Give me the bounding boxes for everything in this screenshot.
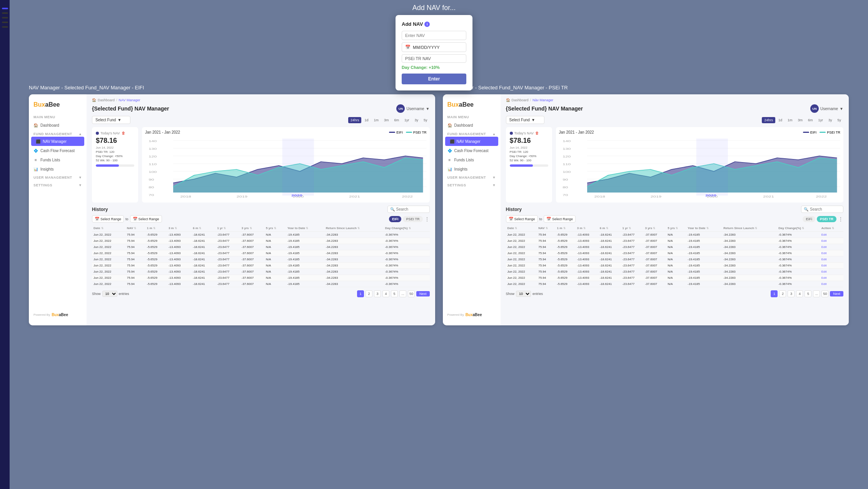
bc-dashboard-psei[interactable]: Dashboard xyxy=(512,98,529,102)
user-mgmt-header-eifi[interactable]: USER MANAGEMENT ▼ xyxy=(29,174,87,181)
sort-icon-psei[interactable]: ⇅ xyxy=(515,227,517,229)
range-to-btn-eifi[interactable]: 📅 Select Range xyxy=(130,215,162,223)
next-btn-psei[interactable]: Next xyxy=(830,291,843,296)
page-btn-2-eifi[interactable]: 2 xyxy=(366,290,372,297)
next-btn-eifi[interactable]: Next xyxy=(416,291,430,296)
more-options-btn-psei[interactable]: ⋮ xyxy=(838,216,843,222)
sort-icon-psei[interactable]: ⇅ xyxy=(629,227,631,229)
page-btn-2-psei[interactable]: 2 xyxy=(779,290,786,297)
page-btn-5-psei[interactable]: 5 xyxy=(805,290,811,297)
sort-icon-psei[interactable]: ⇅ xyxy=(832,227,834,229)
bc-dashboard-eifi[interactable]: Dashboard xyxy=(98,98,115,102)
user-mgmt-chevron-psei[interactable]: ▼ xyxy=(492,176,496,179)
time-btn-24hrs-eifi[interactable]: 24hrs xyxy=(348,117,362,123)
sidebar-item-insights-psei[interactable]: 📊 Insights xyxy=(443,164,501,174)
user-mgmt-header-psei[interactable]: USER MANAGEMENT ▼ xyxy=(443,174,501,181)
table-cell-edit-psei-3[interactable]: Edit xyxy=(820,250,843,256)
search-box-eifi[interactable]: 🔍 xyxy=(387,206,430,213)
edit-link-psei-1[interactable]: Edit xyxy=(821,239,827,243)
sort-icon-psei[interactable]: ⇅ xyxy=(755,227,757,229)
pill-psei-tr-psei[interactable]: PSEI TR xyxy=(817,216,836,222)
fund-select-eifi[interactable]: Select Fund ▼ xyxy=(92,116,130,124)
enter-nav-input[interactable] xyxy=(402,31,466,40)
edit-link-psei-5[interactable]: Edit xyxy=(821,264,827,267)
user-chevron-eifi[interactable]: ▼ xyxy=(426,107,430,111)
sort-icon-eifi[interactable]: ⇅ xyxy=(101,227,103,229)
date-field[interactable]: 📅 MM/DD/YYYY xyxy=(402,42,466,52)
pill-eifi-psei[interactable]: EiFi xyxy=(803,216,815,222)
page-btn-...-psei[interactable]: ... xyxy=(813,290,820,297)
time-btn-6m-eifi[interactable]: 6m xyxy=(392,117,401,123)
sort-icon-eifi[interactable]: ⇅ xyxy=(153,227,155,229)
sort-icon-eifi[interactable]: ⇅ xyxy=(134,227,136,229)
page-btn-1-eifi[interactable]: 1 xyxy=(357,290,364,297)
time-btn-24hrs-psei[interactable]: 24hrs xyxy=(762,117,775,123)
sidebar-item-nav-manager-psei[interactable]: ⬛ NAV Manager xyxy=(445,137,498,146)
fund-mgmt-chevron-psei[interactable]: ▲ xyxy=(492,132,496,136)
sort-icon-psei[interactable]: ⇅ xyxy=(546,227,548,229)
range-from-btn-psei[interactable]: 📅 Select Range xyxy=(506,215,538,223)
sort-icon-eifi[interactable]: ⇅ xyxy=(175,227,177,229)
sort-icon-eifi[interactable]: ⇅ xyxy=(250,227,252,229)
sort-icon-psei[interactable]: ⇅ xyxy=(802,227,804,229)
settings-chevron-eifi[interactable]: ▼ xyxy=(78,183,82,187)
page-btn-1-psei[interactable]: 1 xyxy=(771,290,778,297)
search-input-psei[interactable] xyxy=(810,207,841,211)
range-to-btn-psei[interactable]: 📅 Select Range xyxy=(544,215,576,223)
time-btn-3m-psei[interactable]: 3m xyxy=(795,117,805,123)
sidebar-item-cashflow-eifi[interactable]: 💠 Cash Flow Forecast xyxy=(29,146,87,155)
sidebar-item-nav-manager-eifi[interactable]: ⬛ NAV Manager xyxy=(31,137,84,146)
time-btn-3y-psei[interactable]: 3y xyxy=(826,117,835,123)
table-cell-edit-psei-1[interactable]: Edit xyxy=(820,238,843,244)
table-cell-edit-psei-7[interactable]: Edit xyxy=(820,275,843,281)
time-btn-3m-eifi[interactable]: 3m xyxy=(382,117,391,123)
table-cell-edit-psei-0[interactable]: Edit xyxy=(820,232,843,238)
page-btn-3-psei[interactable]: 3 xyxy=(788,290,795,297)
enter-button[interactable]: Enter xyxy=(402,74,466,84)
page-btn-50-eifi[interactable]: 50 xyxy=(408,290,415,297)
sort-icon-psei[interactable]: ⇅ xyxy=(706,227,709,229)
sidebar-item-insights-eifi[interactable]: 📊 Insights xyxy=(29,164,87,174)
sidebar-item-cashflow-psei[interactable]: 💠 Cash Flow Forecast xyxy=(443,146,501,155)
edit-link-psei-0[interactable]: Edit xyxy=(821,233,827,236)
fund-mgmt-chevron-eifi[interactable]: ▲ xyxy=(78,132,82,136)
page-btn-50-psei[interactable]: 50 xyxy=(821,290,828,297)
sidebar-item-fundslist-psei[interactable]: ≡ Funds Lists xyxy=(443,155,501,164)
sort-icon-psei[interactable]: ⇅ xyxy=(653,227,655,229)
sort-icon-psei[interactable]: ⇅ xyxy=(606,227,608,229)
entries-select-psei[interactable]: 10 25 50 xyxy=(516,291,531,297)
nav-trash-icon-eifi[interactable]: 🗑 xyxy=(122,131,125,135)
page-btn-5-eifi[interactable]: 5 xyxy=(391,290,398,297)
edit-link-psei-7[interactable]: Edit xyxy=(821,276,827,280)
time-btn-1m-psei[interactable]: 1m xyxy=(785,117,795,123)
page-btn-3-eifi[interactable]: 3 xyxy=(374,290,381,297)
sidebar-item-fundslist-eifi[interactable]: ≡ Funds Lists xyxy=(29,155,87,164)
time-btn-5y-psei[interactable]: 5y xyxy=(835,117,843,123)
time-btn-5y-eifi[interactable]: 5y xyxy=(421,117,430,123)
sidebar-item-dashboard-eifi[interactable]: 🏠 Dashboard xyxy=(29,121,87,130)
sort-icon-psei[interactable]: ⇅ xyxy=(676,227,678,229)
page-btn-4-eifi[interactable]: 4 xyxy=(382,290,389,297)
page-btn-...-eifi[interactable]: ... xyxy=(399,290,406,297)
table-cell-edit-psei-8[interactable]: Edit xyxy=(820,281,843,287)
edit-link-psei-4[interactable]: Edit xyxy=(821,258,827,261)
table-cell-edit-psei-5[interactable]: Edit xyxy=(820,263,843,269)
time-btn-6m-psei[interactable]: 6m xyxy=(806,117,815,123)
time-btn-3y-eifi[interactable]: 3y xyxy=(412,117,421,123)
sort-icon-eifi[interactable]: ⇅ xyxy=(306,227,308,229)
search-box-psei[interactable]: 🔍 xyxy=(801,206,843,213)
sort-icon-eifi[interactable]: ⇅ xyxy=(357,227,360,229)
more-options-btn-eifi[interactable]: ⋮ xyxy=(424,216,430,222)
user-chevron-psei[interactable]: ▼ xyxy=(840,107,843,111)
pill-psei-tr-eifi[interactable]: PSEI TR xyxy=(403,216,422,222)
sort-icon-eifi[interactable]: ⇅ xyxy=(409,227,411,229)
table-cell-edit-psei-6[interactable]: Edit xyxy=(820,269,843,275)
sidebar-item-dashboard-psei[interactable]: 🏠 Dashboard xyxy=(443,121,501,130)
time-btn-1yr-eifi[interactable]: 1yr xyxy=(402,117,412,123)
sort-icon-eifi[interactable]: ⇅ xyxy=(274,227,276,229)
sort-icon-eifi[interactable]: ⇅ xyxy=(224,227,226,229)
time-btn-1m-eifi[interactable]: 1m xyxy=(371,117,381,123)
time-btn-1d-psei[interactable]: 1d xyxy=(776,117,785,123)
table-cell-edit-psei-2[interactable]: Edit xyxy=(820,244,843,250)
settings-chevron-psei[interactable]: ▼ xyxy=(492,183,496,187)
